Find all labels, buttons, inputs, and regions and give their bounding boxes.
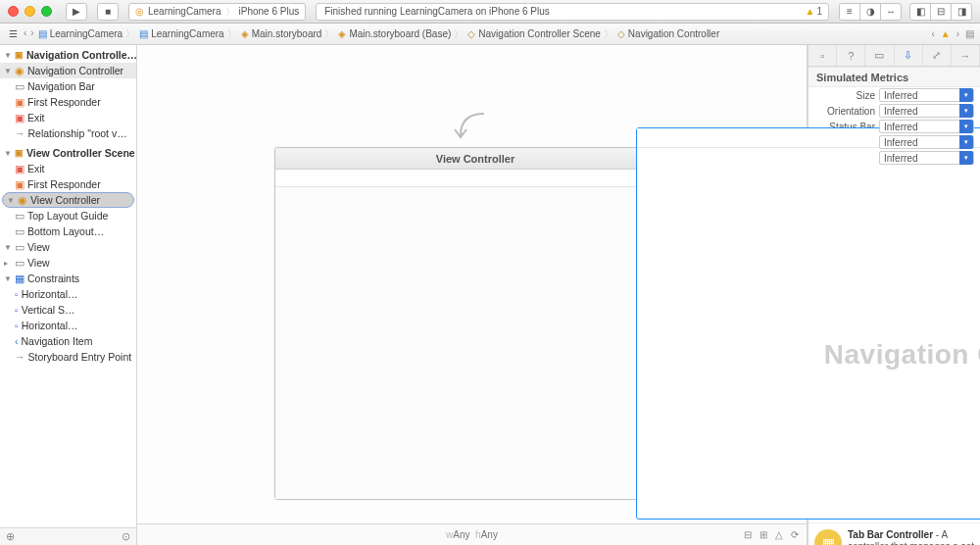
statusbar-select[interactable]: Inferred▾ bbox=[879, 120, 974, 133]
outline-bottom-layout[interactable]: ▭Bottom Layout… bbox=[0, 223, 136, 239]
section-simulated-metrics: Simulated Metrics bbox=[808, 67, 980, 87]
toggle-inspector-icon[interactable]: ◨ bbox=[951, 3, 972, 21]
orientation-label: Orientation bbox=[814, 106, 875, 117]
canvas-footer: wAny hAny ⊟ ⊞ △ ⟳ bbox=[137, 523, 807, 545]
library-item[interactable]: ▦ Tab Bar Controller - A controller that… bbox=[808, 523, 980, 546]
resolve-tool-icon[interactable]: △ bbox=[775, 529, 783, 540]
outline-top-layout[interactable]: ▭Top Layout Guide bbox=[0, 208, 136, 223]
topbar-select[interactable]: Inferred▾ bbox=[879, 135, 974, 149]
library-item-text: Tab Bar Controller - A controller that m… bbox=[848, 529, 974, 546]
crumb-group[interactable]: ▤LearningCamera〉 bbox=[139, 27, 237, 41]
outline-navbar[interactable]: ▭Navigation Bar bbox=[0, 78, 136, 94]
outline-scene-nav[interactable]: ▼▣Navigation Controlle… bbox=[0, 47, 136, 63]
outline-toggle-icon[interactable]: ▤ bbox=[965, 28, 974, 39]
warning-icon[interactable]: ▲ bbox=[806, 6, 815, 17]
outline-navigation-item[interactable]: ‹Navigation Item bbox=[0, 333, 136, 349]
app-icon: ◎ bbox=[135, 6, 144, 17]
outline-first-responder-2[interactable]: ▣First Responder bbox=[0, 176, 136, 192]
editor-mode-segment[interactable]: ≡ ◑ ↔ bbox=[839, 3, 902, 21]
toggle-navigator-icon[interactable]: ◧ bbox=[909, 3, 931, 21]
scheme-target: LearningCamera bbox=[148, 6, 221, 17]
titlebar: ▶ ■ ◎ LearningCamera 〉 iPhone 6 Plus Fin… bbox=[0, 0, 980, 24]
assistant-editor-icon[interactable]: ◑ bbox=[859, 3, 881, 21]
jump-forward-icon[interactable]: › bbox=[30, 27, 33, 41]
jump-prev-issue-icon[interactable]: ‹ bbox=[931, 28, 934, 39]
standard-editor-icon[interactable]: ≡ bbox=[839, 3, 860, 21]
minimize-window[interactable] bbox=[24, 6, 35, 17]
warning-count: 1 bbox=[816, 6, 822, 17]
outline-filter-bar: ⊕ ⊙ bbox=[0, 527, 136, 545]
crumb-project[interactable]: ▤LearningCamera〉 bbox=[38, 27, 136, 41]
outline-constraints[interactable]: ▼▦Constraints bbox=[0, 271, 136, 286]
outline-view-controller[interactable]: ▼◉View Controller bbox=[2, 192, 134, 208]
filter-clock-icon[interactable]: ⊙ bbox=[122, 530, 130, 543]
outline-first-responder[interactable]: ▣First Responder bbox=[0, 94, 136, 110]
scheme-device: iPhone 6 Plus bbox=[239, 6, 300, 17]
outline-constraint-h1[interactable]: ▫Horizontal… bbox=[0, 286, 136, 302]
scene-title: View Controller bbox=[275, 148, 675, 170]
close-window[interactable] bbox=[8, 6, 19, 17]
outline-exit[interactable]: ▣Exit bbox=[0, 110, 136, 125]
entry-arrow-icon bbox=[451, 112, 490, 151]
size-inspector-tab[interactable]: ⤢ bbox=[923, 45, 952, 66]
outline-scene-vc[interactable]: ▼▣View Controller Scene bbox=[0, 145, 136, 161]
bottombar-select[interactable]: Inferred▾ bbox=[879, 151, 974, 165]
filter-icon[interactable]: ⊕ bbox=[6, 530, 15, 543]
crumb-scene[interactable]: ◇Navigation Controller Scene〉 bbox=[467, 27, 613, 41]
crumb-storyboard[interactable]: ◈Main.storyboard〉 bbox=[241, 27, 335, 41]
scheme-selector[interactable]: ◎ LearningCamera 〉 iPhone 6 Plus bbox=[128, 3, 306, 21]
resize-tool-icon[interactable]: ⟳ bbox=[791, 529, 799, 540]
crumb-navcontroller[interactable]: ◇Navigation Controller bbox=[617, 28, 719, 39]
outline-relationship[interactable]: →Relationship "root v… bbox=[0, 125, 136, 141]
toggle-debug-icon[interactable]: ⊟ bbox=[930, 3, 952, 21]
view-controller-view[interactable] bbox=[275, 187, 675, 499]
size-select[interactable]: Inferred▾ bbox=[879, 88, 974, 102]
inspector-tabs: ▫ ? ▭ ⇩ ⤢ → bbox=[808, 45, 980, 67]
simulated-status-bar bbox=[275, 170, 675, 187]
identity-inspector-tab[interactable]: ▭ bbox=[865, 45, 894, 66]
connections-inspector-tab[interactable]: → bbox=[952, 45, 980, 66]
jump-bar: ☰ ‹ › ▤LearningCamera〉 ▤LearningCamera〉 … bbox=[0, 24, 980, 45]
navigation-controller-scene[interactable]: ‹ ▣ ▣ bbox=[636, 127, 980, 520]
run-button[interactable]: ▶ bbox=[66, 3, 87, 21]
outline-entry-point[interactable]: →Storyboard Entry Point bbox=[0, 349, 136, 365]
outline-subview[interactable]: ▸▭View bbox=[0, 255, 136, 271]
status-text: Finished running LearningCamera on iPhon… bbox=[324, 6, 550, 17]
pin-tool-icon[interactable]: ⊞ bbox=[760, 529, 767, 540]
help-inspector-tab[interactable]: ? bbox=[837, 45, 865, 66]
library-item-icon: ▦ bbox=[814, 529, 842, 546]
document-outline: ▼▣Navigation Controlle… ▼◉Navigation Con… bbox=[0, 45, 137, 545]
jump-back-icon[interactable]: ‹ bbox=[24, 27, 26, 41]
outline-exit-2[interactable]: ▣Exit bbox=[0, 161, 136, 176]
related-items-icon[interactable]: ☰ bbox=[6, 27, 20, 41]
file-inspector-tab[interactable]: ▫ bbox=[808, 45, 837, 66]
outline-navcontroller[interactable]: ▼◉Navigation Controller bbox=[0, 63, 136, 78]
window-controls bbox=[8, 6, 52, 17]
issue-indicator-icon[interactable]: ▲ bbox=[941, 28, 951, 39]
outline-view[interactable]: ▼▭View bbox=[0, 239, 136, 255]
view-controller-scene[interactable]: View Controller bbox=[274, 147, 676, 500]
orientation-select[interactable]: Inferred▾ bbox=[879, 104, 974, 118]
jump-next-issue-icon[interactable]: › bbox=[956, 28, 959, 39]
size-class-selector[interactable]: wAny hAny bbox=[446, 529, 498, 540]
crumb-storyboard-base[interactable]: ◈Main.storyboard (Base)〉 bbox=[338, 27, 464, 41]
version-editor-icon[interactable]: ↔ bbox=[880, 3, 902, 21]
zoom-window[interactable] bbox=[41, 6, 52, 17]
outline-constraint-h2[interactable]: ▫Horizontal… bbox=[0, 318, 136, 333]
activity-status: Finished running LearningCamera on iPhon… bbox=[316, 3, 829, 21]
panel-toggle-segment[interactable]: ◧ ⊟ ◨ bbox=[909, 3, 972, 21]
outline-constraint-v[interactable]: ▫Vertical S… bbox=[0, 302, 136, 318]
stop-button[interactable]: ■ bbox=[97, 3, 119, 21]
storyboard-canvas[interactable]: View Controller ⟶ ‹ ▣ ▣ Navigation Cont … bbox=[137, 45, 808, 545]
attributes-inspector-tab[interactable]: ⇩ bbox=[895, 45, 923, 66]
navcontroller-label: Navigation Cont bbox=[824, 339, 980, 371]
align-tool-icon[interactable]: ⊟ bbox=[744, 529, 752, 540]
size-label: Size bbox=[814, 90, 875, 101]
